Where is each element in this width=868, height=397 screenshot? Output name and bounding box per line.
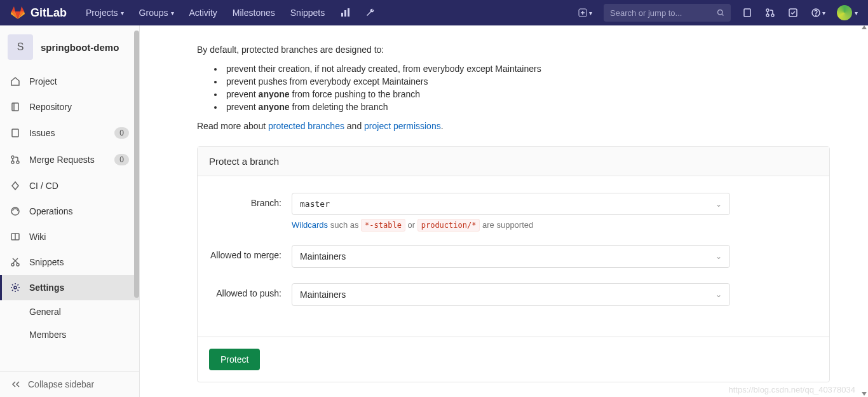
sidebar-item-repository[interactable]: Repository: [0, 94, 139, 120]
bullet-item: prevent anyone from deleting the branch: [224, 102, 830, 112]
protect-button[interactable]: Protect: [209, 349, 260, 370]
sidebar: S springboot-demo Project Repository Iss…: [0, 25, 140, 397]
svg-point-11: [816, 15, 817, 16]
svg-point-4: [718, 10, 723, 15]
code-example: *-stable: [361, 219, 405, 232]
project-header[interactable]: S springboot-demo: [0, 25, 139, 69]
search-input[interactable]: [610, 8, 717, 18]
link-protected-branches[interactable]: protected branches: [268, 121, 344, 131]
chevron-down-icon: ▾: [121, 10, 124, 17]
allowed-push-select[interactable]: Maintainers ⌄: [292, 283, 730, 306]
code-example: production/*: [417, 219, 480, 232]
collapse-sidebar[interactable]: Collapse sidebar: [0, 371, 139, 397]
nav-projects[interactable]: Projects▾: [79, 3, 130, 23]
svg-point-7: [766, 14, 769, 17]
watermark-text: https://blog.csdn.net/qq_40378034: [729, 385, 856, 394]
project-avatar: S: [8, 34, 33, 60]
sidebar-item-project[interactable]: Project: [0, 69, 139, 94]
plus-icon[interactable]: ▾: [571, 3, 599, 23]
wrench-icon[interactable]: [359, 3, 382, 23]
push-value: Maintainers: [300, 289, 346, 300]
branch-label: Branch:: [209, 193, 292, 230]
project-name: springboot-demo: [41, 42, 119, 53]
svg-point-19: [11, 263, 14, 266]
issues-badge: 0: [114, 127, 129, 139]
branch-value: master: [300, 199, 330, 209]
search-box[interactable]: [604, 4, 731, 22]
issues-icon[interactable]: [736, 3, 759, 23]
chevron-down-icon: ▾: [855, 10, 858, 17]
svg-rect-0: [341, 13, 343, 17]
branch-select[interactable]: master ⌄: [292, 193, 730, 215]
chevron-down-icon: ⌄: [715, 200, 722, 209]
allowed-merge-select[interactable]: Maintainers ⌄: [292, 245, 730, 268]
sidebar-item-issues[interactable]: Issues0: [0, 120, 139, 146]
svg-point-20: [17, 263, 19, 266]
collapse-icon: [10, 379, 20, 389]
bullet-item: prevent their creation, if not already c…: [224, 64, 830, 74]
svg-rect-12: [12, 103, 18, 111]
nav-activity[interactable]: Activity: [183, 3, 224, 23]
merge-requests-icon[interactable]: [759, 3, 782, 23]
chevron-down-icon: ▾: [589, 10, 592, 17]
svg-point-15: [11, 161, 14, 164]
mr-badge: 0: [114, 154, 129, 165]
svg-point-14: [11, 156, 14, 158]
svg-point-6: [766, 9, 769, 11]
push-label: Allowed to push:: [209, 283, 292, 306]
user-avatar[interactable]: [837, 5, 852, 20]
intro-text: By default, protected branches are desig…: [197, 45, 830, 55]
sidebar-item-wiki[interactable]: Wiki: [0, 224, 139, 249]
svg-rect-2: [348, 8, 349, 17]
gitlab-icon: [10, 5, 25, 20]
sidebar-item-operations[interactable]: Operations: [0, 198, 139, 224]
read-more-line: Read more about protected branches and p…: [197, 121, 830, 131]
page-scroll-down[interactable]: [862, 392, 867, 396]
intro-bullets: prevent their creation, if not already c…: [224, 64, 830, 112]
main-content: By default, protected branches are desig…: [140, 25, 868, 397]
link-wildcards[interactable]: Wildcards: [292, 220, 328, 230]
sidebar-item-cicd[interactable]: CI / CD: [0, 173, 139, 198]
svg-point-16: [17, 161, 19, 164]
chevron-down-icon: ▾: [171, 10, 174, 17]
help-icon[interactable]: ▾: [804, 3, 832, 23]
sidebar-sub-members[interactable]: Members: [0, 323, 139, 346]
brand-name: GitLab: [31, 6, 67, 20]
panel-title: Protect a branch: [198, 147, 829, 176]
todos-icon[interactable]: [782, 3, 804, 23]
svg-rect-13: [12, 129, 18, 137]
branch-hint: Wildcards such as *-stable or production…: [292, 220, 730, 230]
sidebar-sub-general[interactable]: General: [0, 300, 139, 323]
sidebar-item-merge-requests[interactable]: Merge Requests0: [0, 146, 139, 173]
sidebar-item-settings[interactable]: Settings: [0, 275, 139, 300]
nav-snippets[interactable]: Snippets: [284, 3, 331, 23]
chevron-down-icon: ⌄: [715, 252, 722, 261]
chart-icon[interactable]: [334, 3, 356, 23]
chevron-down-icon: ⌄: [715, 290, 722, 299]
nav-groups[interactable]: Groups▾: [133, 3, 180, 23]
page-scroll-up[interactable]: [862, 25, 867, 36]
svg-rect-5: [744, 9, 750, 17]
sidebar-scrollbar[interactable]: [133, 25, 139, 397]
merge-value: Maintainers: [300, 251, 346, 261]
bullet-item: prevent anyone from force pushing to the…: [224, 89, 830, 99]
sidebar-item-snippets[interactable]: Snippets: [0, 249, 139, 275]
gitlab-logo[interactable]: GitLab: [10, 5, 67, 20]
bullet-item: prevent pushes from everybody except Mai…: [224, 76, 830, 87]
chevron-down-icon: ▾: [822, 10, 825, 17]
nav-milestones[interactable]: Milestones: [226, 3, 281, 23]
svg-point-8: [771, 14, 774, 17]
search-icon: [717, 8, 724, 17]
merge-label: Allowed to merge:: [209, 245, 292, 268]
link-project-permissions[interactable]: project permissions: [364, 121, 441, 131]
svg-point-21: [14, 286, 17, 289]
svg-rect-1: [344, 10, 346, 17]
protect-branch-panel: Protect a branch Branch: master ⌄ Wildca…: [197, 146, 830, 382]
